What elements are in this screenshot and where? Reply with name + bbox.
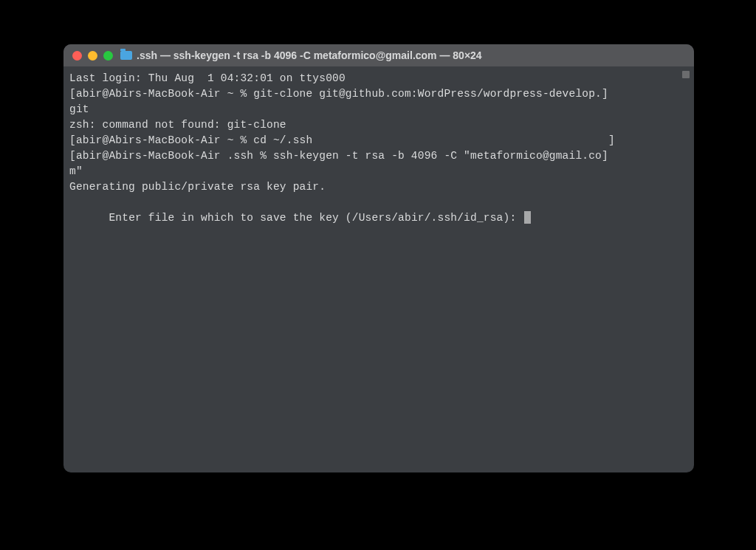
- terminal-line: [abir@Abirs-MacBook-Air ~ % git-clone gi…: [69, 86, 688, 102]
- terminal-line: Generating public/private rsa key pair.: [69, 179, 688, 195]
- window-titlebar: .ssh — ssh-keygen -t rsa -b 4096 -C meta…: [63, 44, 694, 66]
- terminal-line: git: [69, 102, 688, 117]
- terminal-line: [abir@Abirs-MacBook-Air ~ % cd ~/.ssh ]: [69, 133, 688, 148]
- close-button[interactable]: [72, 51, 82, 61]
- maximize-button[interactable]: [103, 51, 113, 61]
- window-title: .ssh — ssh-keygen -t rsa -b 4096 -C meta…: [137, 49, 482, 61]
- terminal-body[interactable]: Last login: Thu Aug 1 04:32:01 on ttys00…: [63, 66, 694, 472]
- terminal-line: [abir@Abirs-MacBook-Air .ssh % ssh-keyge…: [69, 148, 688, 164]
- terminal-window: .ssh — ssh-keygen -t rsa -b 4096 -C meta…: [63, 44, 694, 472]
- folder-icon: [120, 51, 132, 60]
- terminal-line: m": [69, 164, 688, 179]
- terminal-prompt-line: Enter file in which to save the key (/Us…: [69, 195, 688, 241]
- terminal-prompt-text: Enter file in which to save the key (/Us…: [109, 212, 523, 224]
- cursor-icon: [524, 211, 531, 224]
- minimize-button[interactable]: [88, 51, 97, 61]
- terminal-line: Last login: Thu Aug 1 04:32:01 on ttys00…: [69, 71, 688, 86]
- traffic-lights: [72, 51, 113, 61]
- scrollbar-thumb[interactable]: [682, 71, 690, 78]
- terminal-line: zsh: command not found: git-clone: [69, 117, 688, 133]
